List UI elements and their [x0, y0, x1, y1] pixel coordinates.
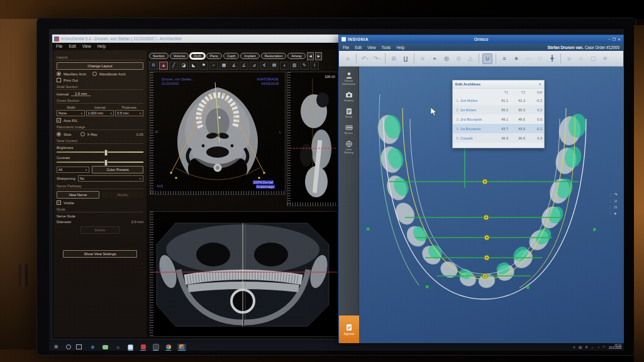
upper-arch-button[interactable]: ∩ [576, 53, 586, 64]
archline-row[interactable]: 5.Cuspids 36.936.60.3 [453, 133, 544, 143]
move-button[interactable]: ╋ [547, 53, 557, 64]
angle-tool-1-icon[interactable]: ∡ [230, 62, 238, 70]
visibility-button[interactable]: ◎ [441, 53, 452, 64]
panoramic-view[interactable]: R L [150, 211, 338, 337]
tray-arrow-icon[interactable]: ← [591, 345, 595, 349]
windows-taskbar[interactable]: ⊞ e ⌂ ∧ ▤ ⊘ ← ♪ ⚐ 15:12 25.6.2019 [49, 343, 624, 351]
wire-button[interactable]: ≋ [600, 53, 610, 64]
cross-interval-select[interactable]: 1.000 mm▼ [86, 110, 114, 116]
tab-section[interactable]: Section [149, 53, 169, 59]
sidebar-item-braces[interactable]: Braces [340, 124, 358, 134]
app-red-icon[interactable] [140, 344, 147, 350]
maxillary-radio[interactable] [57, 72, 61, 76]
arch-section-tool-icon[interactable]: ▲ [159, 62, 168, 70]
orientation-r-icon[interactable]: R [149, 62, 158, 70]
line-tool-icon[interactable]: ╱ [169, 62, 178, 70]
layers-tool-icon[interactable]: ▤ [270, 62, 279, 70]
tray-shield-icon[interactable]: ⊘ [585, 345, 588, 349]
menu-edit[interactable]: Edit [69, 44, 75, 48]
approve-button[interactable]: Approve [339, 315, 359, 343]
show-view-settings-button[interactable]: Show View Settings [63, 250, 137, 258]
arch-form-button[interactable]: ∪ [482, 53, 492, 64]
delete-button[interactable]: Delete [80, 226, 119, 234]
tab-pano[interactable]: Pano [206, 53, 222, 59]
search-icon[interactable] [66, 344, 71, 349]
axial-ct-view[interactable]: Drunen, von Stefan... 21/10/2002 ANATOMA… [150, 72, 286, 195]
angle-tool-2-icon[interactable]: ∠ [240, 62, 248, 70]
new-nerve-button[interactable]: New Nerve [57, 191, 99, 199]
sidebar-item-patient-information[interactable]: PatientInformation [340, 72, 358, 85]
taskbar-clock[interactable]: 15:12 25.6.2019 [609, 344, 621, 350]
tray-chevron-icon[interactable]: ∧ [573, 345, 575, 349]
contrast-thumb[interactable] [104, 160, 108, 166]
sharpening-select[interactable]: No▼ [78, 175, 143, 182]
points-button[interactable]: ∷ [535, 53, 545, 64]
angle-tool-4-icon[interactable]: ∢ [260, 62, 269, 70]
tab-ceph[interactable]: Ceph [223, 53, 239, 59]
report-tool-icon[interactable]: ▥ [290, 62, 299, 70]
menu-view[interactable]: View [82, 44, 91, 48]
fit-view-button[interactable]: ⊞ [389, 53, 399, 64]
folder-icon[interactable] [102, 344, 109, 350]
print-out-checkbox[interactable] [57, 78, 61, 82]
info-tool-icon[interactable]: i [310, 62, 319, 70]
visible-checkbox[interactable]: ✓ [57, 200, 61, 205]
lasso-button[interactable]: ⊙ [453, 53, 464, 64]
brightness-thumb[interactable] [104, 150, 108, 156]
close-button[interactable]: ✕ [618, 37, 621, 41]
modify-button[interactable]: Modify [102, 192, 143, 198]
apply-to-select[interactable]: All▼ [57, 167, 89, 173]
width-select[interactable]: None▼ [57, 110, 85, 116]
tab-arch[interactable]: Arch [190, 53, 205, 59]
profile-tool-icon[interactable]: ⌐ [209, 62, 218, 70]
home-button[interactable]: ⌂ [343, 53, 353, 64]
sagittal-ct-view[interactable]: 106.00 [287, 72, 338, 206]
edit-archlines-dialog[interactable]: Edit Archlines ✕ T1 T2 Diff 1.2nd Molars… [452, 80, 545, 148]
annotate-tool-icon[interactable]: ◖ [280, 62, 289, 70]
invivo-titlebar[interactable]: InVivoDental 5.4 - Drunen, von Stefan ( … [52, 35, 339, 43]
canvas-view-tools[interactable]: ⋮↷ ⋮∪ ⋮⊓ ⋮▾ [609, 192, 618, 216]
archline-row[interactable]: 2.1st Molars 55.255.00.2 [453, 105, 544, 114]
pen-tool-icon[interactable]: ✎ [300, 62, 309, 70]
archline-row[interactable]: 3.2nd Bicuspids 49.148.60.5 [453, 114, 544, 124]
lower-view-icon[interactable]: ∪ [614, 199, 618, 203]
lower-arch-button[interactable]: ∪ [564, 53, 574, 64]
occlusal-view-button[interactable]: ▢ [588, 53, 598, 64]
tab-implant[interactable]: Implant [240, 53, 259, 59]
mandibular-radio[interactable] [92, 72, 97, 76]
system-tray[interactable]: ∧ ▤ ⊘ ← ♪ ⚐ 15:12 25.6.2019 [573, 344, 624, 350]
tray-network-icon[interactable]: ⚐ [602, 345, 606, 349]
explorer-icon[interactable]: ⌂ [114, 344, 121, 350]
change-layout-button[interactable]: Change Layout [57, 62, 143, 70]
undo-button[interactable]: ↶▾ [360, 53, 370, 64]
thickness-select[interactable]: 0.5 mm▼ [115, 110, 143, 116]
flag-tool-icon[interactable]: ⚑ [199, 62, 208, 70]
insignia-menu-tools[interactable]: Tools [382, 45, 391, 50]
slice-radio[interactable] [57, 132, 61, 136]
minimize-button[interactable]: – [608, 37, 610, 41]
task-view-icon[interactable] [76, 344, 82, 349]
maximize-button[interactable]: ❐ [613, 37, 616, 41]
corner-angle-tool-icon[interactable]: ◣ [189, 62, 198, 70]
sidebar-item-case-sharing[interactable]: CaseSharing [340, 140, 358, 154]
sidebar-item-imagery[interactable]: Imagery [340, 91, 358, 102]
grid-tool-icon[interactable]: ▦ [219, 62, 228, 70]
levels-button[interactable]: ≡ [499, 53, 509, 64]
tooth-tool-button[interactable]: ∐ [401, 53, 411, 64]
contrast-slider[interactable] [57, 162, 143, 163]
insignia-menu-file[interactable]: File [343, 45, 349, 50]
insignia-menu-edit[interactable]: Edit [355, 45, 362, 50]
asterisk-tool-button[interactable]: ∗ [511, 53, 521, 64]
redo-button[interactable]: ↷▾ [372, 53, 382, 64]
tab-volume[interactable]: Volume [170, 53, 189, 59]
app-dark-icon[interactable] [152, 344, 159, 350]
measure-button[interactable]: △ [465, 53, 475, 64]
tray-volume-icon[interactable]: ♪ [597, 345, 599, 349]
insignia-menu-help[interactable]: Help [396, 45, 404, 50]
target-button[interactable]: ⌖ [430, 53, 440, 64]
align-button[interactable]: ≡ [418, 53, 428, 64]
archline-row[interactable]: 1.2nd Molars 61.161.3-0.2 [453, 96, 544, 105]
app-blue-icon[interactable] [127, 344, 134, 350]
rotate-view-icon[interactable]: ↷ [614, 192, 618, 197]
xray-radio[interactable] [80, 132, 85, 136]
